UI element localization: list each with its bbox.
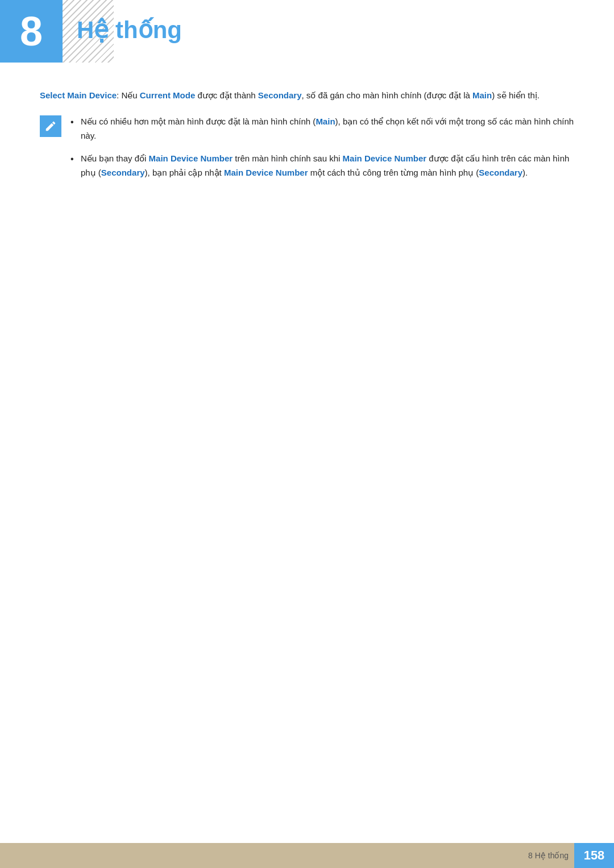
bullet2-secondary-label2: Secondary: [479, 168, 522, 177]
secondary-label: Secondary: [258, 90, 302, 100]
intro-paragraph: Select Main Device: Nếu Current Mode đượ…: [40, 88, 574, 103]
bullet2-text6: ).: [522, 168, 528, 177]
footer-page-number: 158: [574, 843, 614, 868]
main-content: Select Main Device: Nếu Current Mode đượ…: [40, 88, 574, 188]
bullet2-text4: ), bạn phải cập nhật: [145, 168, 224, 177]
note-section: Nếu có nhiều hơn một màn hình được đặt l…: [40, 114, 574, 188]
bullet2-text2: trên màn hình chính sau khi: [233, 153, 342, 163]
bullet-item-1: Nếu có nhiều hơn một màn hình được đặt l…: [70, 114, 574, 143]
bullet-item-2: Nếu bạn thay đổi Main Device Number trên…: [70, 151, 574, 180]
bullet2-secondary-label: Secondary: [101, 168, 145, 177]
chapter-number: 8: [20, 11, 43, 52]
bullet-list: Nếu có nhiều hơn một màn hình được đặt l…: [70, 114, 574, 188]
bullet2-main-device-number-label1: Main Device Number: [149, 153, 233, 163]
bullet2-main-device-number-label3: Main Device Number: [224, 168, 308, 177]
footer: 8 Hệ thống 158: [0, 843, 614, 868]
bullet1-text1: Nếu có nhiều hơn một màn hình được đặt l…: [81, 117, 316, 126]
chapter-title: Hệ thống: [77, 16, 182, 44]
chapter-number-box: 8: [0, 0, 63, 63]
select-main-device-label: Select Main Device: [40, 90, 117, 100]
intro-text3: , số đã gán cho màn hình chính (được đặt…: [302, 90, 473, 100]
note-icon: [40, 115, 61, 137]
current-mode-label: Current Mode: [140, 90, 196, 100]
main-label: Main: [472, 90, 492, 100]
bullet2-main-device-number-label2: Main Device Number: [343, 153, 427, 163]
bullet2-text5: một cách thủ công trên từng màn hình phụ…: [308, 168, 479, 177]
footer-label: 8 Hệ thống: [528, 851, 569, 860]
intro-text1: : Nếu: [117, 90, 140, 100]
intro-text4: ) sẽ hiển thị.: [492, 90, 540, 100]
bullet2-text1: Nếu bạn thay đổi: [81, 153, 149, 163]
bullet1-main-label: Main: [316, 117, 335, 126]
pencil-icon: [44, 120, 57, 132]
intro-text2: được đặt thành: [195, 90, 258, 100]
